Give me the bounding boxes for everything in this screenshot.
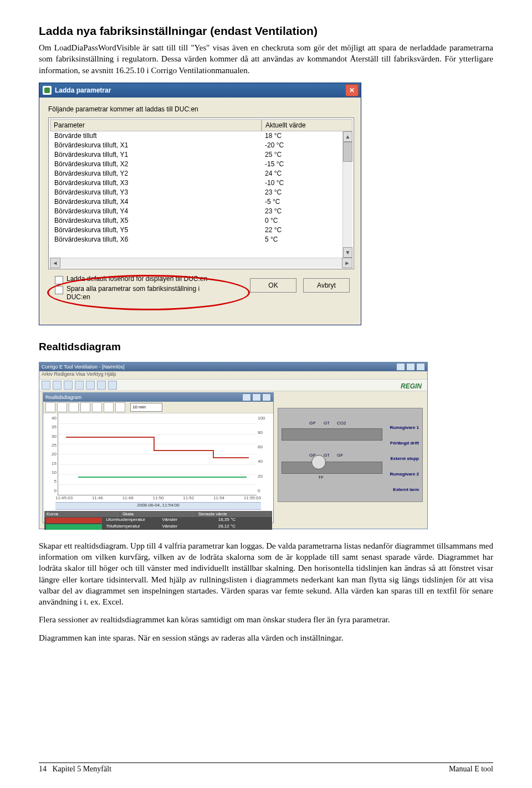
scroll-up-icon[interactable]: ▲: [343, 131, 352, 142]
toolbar-icon[interactable]: [45, 402, 55, 412]
toolbar-icon[interactable]: [64, 381, 73, 390]
table-row[interactable]: Börvärdeskurva tilluft, Y224 °C: [50, 169, 352, 178]
minimize-icon[interactable]: [242, 393, 251, 401]
body-p4: Diagrammen kan inte sparas. När en sessi…: [39, 632, 493, 643]
realtime-window: Corrigo E Tool Ventilation - [Namnlös] A…: [39, 362, 428, 529]
table-row[interactable]: Börvärdeskurva tilluft, X2-15 °C: [50, 160, 352, 169]
table-row[interactable]: Börvärdeskurva tilluft, Y125 °C: [50, 150, 352, 160]
col-value[interactable]: Aktuellt värde: [262, 119, 352, 131]
heading-load-factory: Ladda nya fabriksinställningar (endast V…: [39, 24, 493, 38]
y-tick-right: 80: [258, 430, 272, 435]
chart-window: Realtidsdiagram 10 min 4035302520151050: [43, 392, 274, 523]
close-icon[interactable]: ✕: [345, 84, 359, 96]
param-name: Börvärdeskurva tilluft, X4: [50, 197, 260, 207]
y-tick-right: 20: [258, 474, 272, 479]
scroll-thumb[interactable]: [343, 142, 352, 162]
chart-toolbar: 10 min: [43, 402, 273, 413]
param-value: 18 °C: [260, 131, 352, 141]
scroll-right-icon[interactable]: ►: [342, 258, 352, 268]
horizontal-scrollbar[interactable]: ◄ ►: [50, 258, 352, 268]
toolbar-icon[interactable]: [69, 402, 79, 412]
legend-swatch: [46, 524, 102, 530]
param-name: Börvärde tilluft: [50, 131, 260, 141]
menubar[interactable]: Arkiv Redigera Visa Verktyg Hjälp: [39, 371, 427, 380]
table-row[interactable]: Börvärdeskurva tilluft, Y423 °C: [50, 207, 352, 216]
y-tick-left: 25: [52, 443, 57, 448]
param-value: 25 °C: [260, 150, 352, 160]
toolbar-icon[interactable]: [86, 381, 95, 390]
param-value: 0 °C: [260, 216, 352, 226]
param-name: Börvärdeskurva tilluft, X1: [50, 141, 260, 150]
legend-col-curve: Kurva: [44, 511, 120, 517]
maximize-icon[interactable]: [406, 363, 415, 371]
x-tick: 11:46: [92, 495, 103, 502]
toolbar-icon[interactable]: [53, 381, 62, 390]
table-row[interactable]: Börvärdeskurva tilluft, X50 °C: [50, 216, 352, 226]
scroll-down-icon[interactable]: ▼: [343, 247, 352, 258]
legend-row[interactable]: TilluftstemperaturVänster28,12 °C: [44, 524, 272, 530]
x-tick: 11:48: [122, 495, 134, 502]
table-row[interactable]: Börvärdeskurva tilluft, Y522 °C: [50, 226, 352, 235]
minimize-icon[interactable]: [396, 363, 405, 371]
body-p2: Skapar ett realtidsdiagram. Upp till 4 v…: [39, 540, 493, 608]
scroll-left-icon[interactable]: ◄: [50, 258, 60, 268]
window-title: Corrigo E Tool Ventilation - [Namnlös]: [42, 364, 124, 370]
highlight-ellipse: [47, 275, 250, 310]
param-value: 5 °C: [260, 235, 352, 244]
dialog-titlebar: Ladda parametrar ✕: [39, 83, 361, 98]
legend-col-last: Senaste värde: [196, 511, 272, 517]
table-row[interactable]: Börvärdeskurva tilluft, X4-5 °C: [50, 197, 352, 207]
maximize-icon[interactable]: [252, 393, 261, 401]
toolbar-icon[interactable]: [80, 402, 90, 412]
y-tick-left: 0: [54, 488, 57, 493]
legend-value: 28,12 °C: [216, 524, 272, 530]
table-row[interactable]: Börvärdeskurva tilluft, X1-20 °C: [50, 141, 352, 150]
legend-row[interactable]: UtomhustemperaturVänster18,35 °C: [44, 517, 272, 524]
col-parameter[interactable]: Parameter: [50, 119, 262, 131]
close-icon[interactable]: [262, 393, 271, 401]
legend-name: Tilluftstemperatur: [104, 524, 160, 530]
hvac-schematic: GP GT CO2 GP GT GF TF Rumsgivare 1 Förlä…: [278, 408, 423, 502]
chapter-label: Kapitel 5 Menyfält: [53, 765, 112, 773]
label-extstop: Externt stopp: [390, 456, 419, 461]
toolbar-icon[interactable]: [57, 402, 67, 412]
plot-area: [58, 413, 257, 495]
param-name: Börvärdeskurva tilluft, Y1: [50, 150, 260, 160]
chart-plot: 4035302520151050 100806040200: [43, 413, 273, 495]
param-name: Börvärdeskurva tilluft, X3: [50, 178, 260, 188]
vertical-scrollbar[interactable]: ▲ ▼: [342, 131, 352, 258]
toolbar: [39, 380, 427, 391]
y-tick-left: 5: [54, 479, 57, 484]
cancel-button[interactable]: Avbryt: [303, 278, 350, 293]
param-value: 23 °C: [260, 207, 352, 216]
close-window-icon[interactable]: [416, 363, 425, 371]
toolbar-icon[interactable]: [108, 381, 117, 390]
table-row[interactable]: Börvärdeskurva tilluft, Y323 °C: [50, 188, 352, 197]
sensor-gt2: GT: [324, 453, 330, 458]
legend-swatch: [46, 518, 102, 523]
legend-scale: Vänster: [160, 524, 216, 530]
heading-realtime: Realtidsdiagram: [39, 341, 493, 353]
toolbar-icon[interactable]: [104, 402, 114, 412]
table-row[interactable]: Börvärdeskurva tilluft, X65 °C: [50, 235, 352, 244]
toolbar-icon[interactable]: [42, 381, 50, 390]
load-parameters-dialog: Ladda parametrar ✕ Följande parametrar k…: [39, 83, 361, 325]
intro-paragraph: Om LoadDiaPassWordVisible är satt till t…: [39, 42, 493, 76]
param-value: 24 °C: [260, 169, 352, 178]
toolbar-icon[interactable]: [75, 381, 84, 390]
toolbar-icon[interactable]: [97, 381, 106, 390]
toolbar-icon[interactable]: [115, 402, 125, 412]
sensor-gp2: GP: [309, 453, 316, 458]
param-name: Börvärdeskurva tilluft, Y3: [50, 188, 260, 197]
datetime-bar[interactable]: 2008-06-04, 11:54:00: [55, 502, 261, 510]
timespan-select[interactable]: 10 min: [130, 403, 162, 412]
y-tick-right: 100: [258, 416, 272, 421]
chart-legend: Kurva Skala Senaste värde Utomhustempera…: [44, 511, 272, 530]
param-value: -15 °C: [260, 160, 352, 169]
table-row[interactable]: Börvärde tilluft18 °C: [50, 131, 352, 141]
legend-scale: Vänster: [160, 517, 216, 524]
ok-button[interactable]: OK: [250, 278, 296, 293]
table-row[interactable]: Börvärdeskurva tilluft, X3-10 °C: [50, 178, 352, 188]
param-name: Börvärdeskurva tilluft, Y2: [50, 169, 260, 178]
toolbar-icon[interactable]: [92, 402, 102, 412]
